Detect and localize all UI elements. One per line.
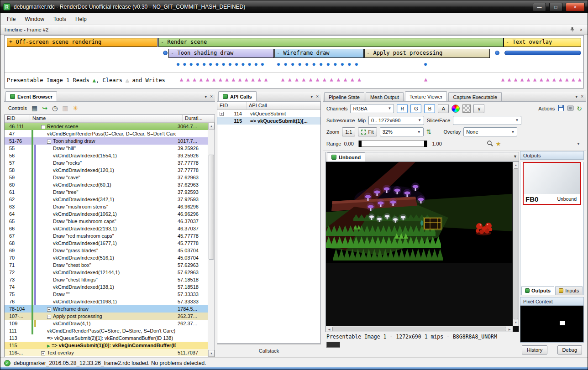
texture-vertical-scrollbar[interactable]: ▲ ▼ <box>513 162 519 326</box>
api-call-row[interactable]: 115=> vkQueueSubmit(1)[... <box>217 117 320 125</box>
event-row[interactable]: 109vkCmdDraw(4,1)262.37... <box>5 320 208 327</box>
close-icon[interactable]: × <box>316 94 319 100</box>
debug-button[interactable]: Debug <box>557 345 582 354</box>
event-row[interactable]: 64vkCmdDrawIndexed(1062,1)46.96296 <box>5 210 208 218</box>
tree-expander-icon[interactable]: - <box>41 125 45 129</box>
timeline-bar-wireframe[interactable]: - Wireframe draw <box>274 49 364 58</box>
chevron-down-icon[interactable]: ▾ <box>205 94 207 100</box>
zoom-range-icon[interactable] <box>487 140 493 148</box>
tab-outputs[interactable]: Outputs <box>521 286 554 295</box>
event-row[interactable]: 70vkCmdDrawIndexed(516,1)45.03704 <box>5 254 208 261</box>
close-icon[interactable]: × <box>578 27 584 32</box>
tree-expander-icon[interactable]: + <box>41 351 45 355</box>
column-eid[interactable]: EID <box>5 115 30 122</box>
texture-horizontal-scrollbar[interactable]: ◀ ▶ <box>326 326 513 332</box>
zoom-fit-button[interactable]: Fit <box>358 127 377 136</box>
event-row[interactable]: 113=> vkQueueSubmit(2)[1]: vkEndCommandB… <box>5 334 208 342</box>
timeline-bar-offscreen[interactable]: + Off-screen scene rendering <box>7 38 158 47</box>
event-row[interactable]: 46-111-Render scene3064.7... <box>5 123 208 130</box>
event-row[interactable]: 68vkCmdDrawIndexed(1677,1)45.77778 <box>5 240 208 247</box>
event-row[interactable]: 59Draw "cave"37.62963 <box>5 174 208 181</box>
menu-tools[interactable]: Tools <box>49 14 71 24</box>
jump-arrow-icon[interactable]: ↪ <box>42 104 47 112</box>
scroll-down-icon[interactable]: ▼ <box>208 350 215 357</box>
mip-select[interactable]: 0 - 1272x690▼ <box>368 116 424 125</box>
close-icon[interactable]: × <box>210 94 213 100</box>
tree-expander-icon[interactable]: - <box>47 140 51 144</box>
event-row[interactable]: 57Draw "rocks"37.77778 <box>5 159 208 167</box>
scrollbar-thumb[interactable] <box>209 155 214 260</box>
chevron-down-icon[interactable]: ▼ <box>513 154 517 159</box>
event-row[interactable]: 63Draw "mushroom stems"46.96296 <box>5 203 208 210</box>
history-button[interactable]: History <box>522 345 547 354</box>
clear-marker-icon[interactable]: ▲ <box>126 77 129 83</box>
scroll-up-icon[interactable]: ▲ <box>513 162 519 168</box>
scroll-left-icon[interactable]: ◀ <box>326 326 332 332</box>
column-api-call[interactable]: API Call <box>247 102 320 109</box>
toon-event-dots[interactable]: ●●●●●●●●●●●●●● <box>177 62 268 67</box>
tree-expander-icon[interactable]: - <box>47 315 51 319</box>
callstack-section[interactable]: Callstack <box>217 344 321 357</box>
tab-mesh-output[interactable]: Mesh Output <box>366 92 404 101</box>
column-eid[interactable]: EID <box>217 102 247 109</box>
event-row[interactable]: 62vkCmdDrawIndexed(342,1)37.92593 <box>5 196 208 203</box>
menu-help[interactable]: Help <box>71 14 91 24</box>
rendered-scene-image[interactable] <box>326 162 512 263</box>
event-row[interactable]: 71Draw "chest box"57.62963 <box>5 261 208 269</box>
texture-view[interactable]: ▲ ▼ ◀ ▶ <box>326 162 519 332</box>
event-row[interactable]: 65Draw "blue mushroom caps"46.37037 <box>5 218 208 225</box>
texture-tab-unbound[interactable]: Unbound <box>327 152 365 162</box>
event-row[interactable]: 75Draw ""57.33333 <box>5 291 208 298</box>
api-call-row[interactable]: +114vkQueueSubmit <box>217 110 320 117</box>
event-row[interactable]: 66vkCmdDrawIndexed(2193,1)46.37037 <box>5 225 208 232</box>
event-dot[interactable] <box>163 51 168 55</box>
event-row[interactable]: 55Draw "hill"39.25926 <box>5 145 208 152</box>
event-dot[interactable] <box>495 51 499 55</box>
gamma-button[interactable]: γ <box>473 104 484 113</box>
event-row[interactable]: 67Draw "red mushroom caps"45.77778 <box>5 232 208 240</box>
scrollbar-thumb[interactable] <box>332 327 506 331</box>
tree-expander-icon[interactable]: + <box>220 112 224 116</box>
channel-g-button[interactable]: G <box>410 104 421 113</box>
checkerboard-icon[interactable] <box>462 104 471 113</box>
channel-a-button[interactable]: A <box>438 104 449 113</box>
column-duration[interactable]: Durati... <box>183 115 215 122</box>
scroll-right-icon[interactable]: ▶ <box>507 326 512 332</box>
pin-icon[interactable] <box>569 27 575 33</box>
event-row[interactable]: 60vkCmdDrawIndexed(60,1)37.62963 <box>5 181 208 188</box>
event-row[interactable]: 76vkCmdDrawIndexed(1098,1)57.33333 <box>5 298 208 305</box>
chevron-down-icon[interactable]: ▾ <box>575 94 578 100</box>
event-row[interactable]: 69Draw "grass blades"45.03704 <box>5 247 208 254</box>
wireframe-event-dots[interactable]: ●●●●●●●●●●●● <box>277 62 362 67</box>
tab-capture-executable[interactable]: Capture Executable <box>448 92 502 101</box>
range-max-handle[interactable] <box>424 141 427 147</box>
color-wheel-icon[interactable] <box>452 104 460 113</box>
tab-api-calls[interactable]: API Calls <box>218 91 257 101</box>
filter-grid-icon[interactable]: ▦ <box>31 104 37 112</box>
clock-icon[interactable]: ◷ <box>52 104 58 112</box>
text-overlay-events-pill[interactable] <box>504 51 581 55</box>
menu-window[interactable]: Window <box>20 14 49 24</box>
read-marker-icon[interactable]: ▲ <box>93 77 96 83</box>
scrollbar-thumb[interactable] <box>514 168 518 319</box>
event-row[interactable]: 74vkCmdDrawIndexed(138,1)57.18518 <box>5 283 208 291</box>
event-row[interactable]: 73Draw "chest fittings"57.18518 <box>5 276 208 283</box>
slice-face-select[interactable]: ▼ <box>453 116 521 125</box>
flip-vertical-icon[interactable]: ⇅ <box>426 128 432 135</box>
bookmark-star-icon[interactable]: ✳ <box>73 104 78 112</box>
event-row[interactable]: 116-...+Text overlay511.7037 <box>5 349 208 356</box>
column-name[interactable]: Name <box>30 115 183 122</box>
overflow-chevron-icon[interactable]: ▼ <box>575 142 582 146</box>
close-icon[interactable]: × <box>581 94 583 100</box>
minimize-button[interactable]: — <box>533 3 546 11</box>
tree-expander-icon[interactable]: + <box>47 307 51 312</box>
event-row[interactable]: 51-76-Toon shading draw1017.7... <box>5 137 208 145</box>
postproc-event-dot[interactable]: ● <box>424 62 430 67</box>
menu-file[interactable]: File <box>2 14 20 24</box>
event-row[interactable]: 56vkCmdDrawIndexed(1554,1)39.25926 <box>5 152 208 159</box>
event-row[interactable]: 72vkCmdDrawIndexed(12144,1)57.62963 <box>5 269 208 276</box>
event-row[interactable]: 47vkCmdBeginRenderPass(C=Clear, D=Clear,… <box>5 130 208 137</box>
tab-inputs[interactable]: Inputs <box>555 286 583 295</box>
chart-icon[interactable]: ▥ <box>62 104 68 112</box>
timeline-bar-postproc[interactable]: - Apply post processing <box>364 49 490 58</box>
